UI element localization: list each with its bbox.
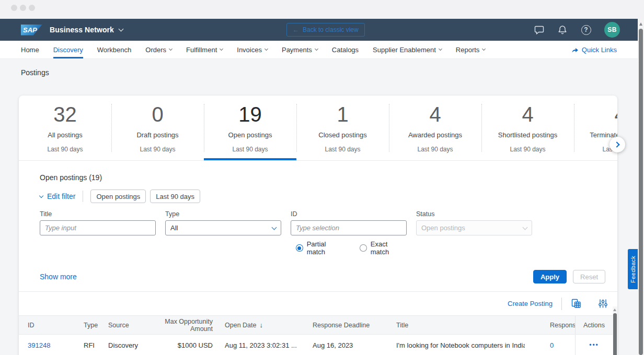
radio-label: Exact match	[371, 240, 407, 256]
table-settings-icon[interactable]	[599, 299, 607, 309]
stat-draft-postings[interactable]: 0 Draft postings Last 90 days	[111, 96, 204, 160]
stat-all-postings[interactable]: 32 All postings Last 90 days	[19, 96, 111, 160]
nav-label: Payments	[282, 46, 312, 54]
quick-links[interactable]: Quick Links	[571, 41, 617, 59]
posting-open-date: Aug 11, 2023 3:02:31 ...	[213, 341, 301, 349]
bell-icon[interactable]	[557, 25, 568, 35]
nav-item-home[interactable]: Home	[21, 41, 39, 58]
partial-match-radio[interactable]: Partial match	[296, 240, 345, 256]
stat-closed-postings[interactable]: 1 Closed postings Last 90 days	[296, 96, 389, 160]
nav-item-payments[interactable]: Payments	[282, 41, 318, 58]
back-arrow-icon: ←	[293, 26, 299, 33]
export-icon[interactable]	[571, 299, 581, 309]
nav-item-reports[interactable]: Reports	[456, 41, 486, 58]
stat-open-postings[interactable]: 19 Open postings Last 90 days	[204, 96, 296, 160]
nav-label: Fulfillment	[186, 46, 217, 54]
stat-awarded-postings[interactable]: 4 Awarded postings Last 90 days	[389, 96, 481, 160]
column-header-source[interactable]: Source	[108, 322, 150, 329]
stats-scroll-right-button[interactable]	[610, 137, 625, 152]
scroll-up-arrow-icon[interactable]	[639, 22, 642, 26]
posting-type: RFI	[84, 341, 108, 349]
stat-period: Last 90 days	[111, 146, 204, 153]
column-header-responses[interactable]: Responses	[525, 322, 575, 329]
nav-item-workbench[interactable]: Workbench	[97, 41, 132, 58]
user-avatar[interactable]: SB	[604, 22, 620, 38]
column-header-open-date[interactable]: Open Date ↓	[213, 321, 301, 329]
chevron-down-icon	[523, 224, 528, 230]
nav-item-supplier-enablement[interactable]: Supplier Enablement	[373, 41, 442, 58]
stat-value: 4	[389, 102, 481, 126]
column-header-type[interactable]: Type	[84, 322, 108, 329]
app-header: SAP Business Network ← Back to classic v…	[0, 19, 644, 41]
chevron-down-icon	[272, 224, 277, 230]
column-header-title[interactable]: Title	[377, 322, 525, 329]
stat-period: Last 90 days	[389, 146, 481, 153]
divider	[83, 191, 83, 202]
jump-arrow-icon	[571, 46, 579, 53]
column-header-max-opportunity-amount[interactable]: Max Opportunity Amount	[150, 318, 213, 333]
table-row: 391248 RFI Discovery $1000 USD Aug 11, 2…	[19, 335, 617, 355]
stat-period: Last 90 days	[204, 146, 296, 153]
filter-chip-last-90-days[interactable]: Last 90 days	[150, 190, 200, 203]
apply-button[interactable]: Apply	[533, 270, 567, 283]
product-switcher[interactable]: Business Network	[50, 26, 114, 34]
stat-label: Awarded postings	[389, 131, 481, 139]
type-select[interactable]: All	[165, 220, 281, 235]
title-input[interactable]	[40, 220, 156, 235]
window-control-dot[interactable]	[29, 5, 35, 11]
stat-value: 1	[296, 102, 389, 126]
stat-shortlisted-postings[interactable]: 4 Shortlisted postings Last 90 days	[481, 96, 574, 160]
stat-label: Shortlisted postings	[481, 131, 574, 139]
filter-chip-open-postings[interactable]: Open postings	[90, 190, 146, 203]
column-header-actions: Actions	[575, 316, 613, 334]
show-more-link[interactable]: Show more	[40, 273, 77, 281]
help-icon[interactable]: ?	[581, 25, 591, 35]
radio-selected-icon	[296, 244, 303, 252]
posting-id-link[interactable]: 391248	[19, 341, 84, 349]
reset-button[interactable]: Reset	[573, 270, 605, 283]
stat-label: Draft postings	[111, 131, 204, 139]
nav-item-orders[interactable]: Orders	[145, 41, 172, 58]
back-to-classic-view-button[interactable]: ← Back to classic view	[286, 23, 365, 37]
page-scrollbar-thumb[interactable]	[639, 29, 643, 355]
window-control-dot[interactable]	[20, 5, 26, 11]
feedback-tab[interactable]: Feedback	[628, 249, 638, 289]
stat-value: 0	[111, 102, 204, 126]
chevron-right-icon	[614, 141, 619, 147]
edit-filter-toggle[interactable]: Edit filter	[40, 192, 75, 200]
posting-amount: $1000 USD	[150, 341, 213, 349]
table-scrollbar[interactable]	[613, 306, 617, 355]
field-type: Type All	[165, 210, 281, 256]
divider	[561, 298, 562, 310]
radio-label: Partial match	[307, 240, 345, 256]
stat-value: 4	[574, 102, 617, 126]
table-scrollbar-thumb[interactable]	[613, 313, 617, 355]
exact-match-radio[interactable]: Exact match	[360, 240, 407, 256]
stat-period: Last 90 days	[296, 146, 389, 153]
nav-item-fulfillment[interactable]: Fulfillment	[186, 41, 223, 58]
scroll-up-arrow-icon[interactable]	[613, 309, 616, 311]
chat-icon[interactable]	[534, 25, 544, 35]
posting-responses-link[interactable]: 0	[525, 341, 575, 349]
type-select-value: All	[170, 224, 178, 232]
window-control-dot[interactable]	[11, 5, 17, 11]
quick-links-label: Quick Links	[582, 46, 617, 54]
nav-label: Reports	[456, 46, 480, 54]
nav-label: Workbench	[97, 46, 132, 54]
postings-card: 32 All postings Last 90 days 0 Draft pos…	[19, 96, 617, 355]
posting-title: I'm looking for Notebook computers in In…	[377, 341, 525, 349]
nav-item-catalogs[interactable]: Catalogs	[332, 41, 359, 58]
chevron-down-icon	[482, 47, 486, 51]
nav-item-discovery[interactable]: Discovery	[53, 41, 83, 58]
create-posting-link[interactable]: Create Posting	[508, 300, 553, 307]
column-header-id[interactable]: ID	[19, 322, 84, 329]
page-scrollbar[interactable]	[638, 19, 644, 355]
id-input[interactable]	[291, 220, 407, 235]
stat-terminated-postings[interactable]: 4 Terminated postings Last 90 days	[574, 96, 617, 160]
row-actions-menu-button[interactable]: •••	[589, 342, 599, 348]
stat-label: Closed postings	[296, 131, 389, 139]
stat-value: 4	[481, 102, 574, 126]
column-header-response-deadline[interactable]: Response Deadline	[301, 322, 377, 329]
column-label: Open Date	[225, 322, 256, 329]
nav-item-invoices[interactable]: Invoices	[237, 41, 268, 58]
